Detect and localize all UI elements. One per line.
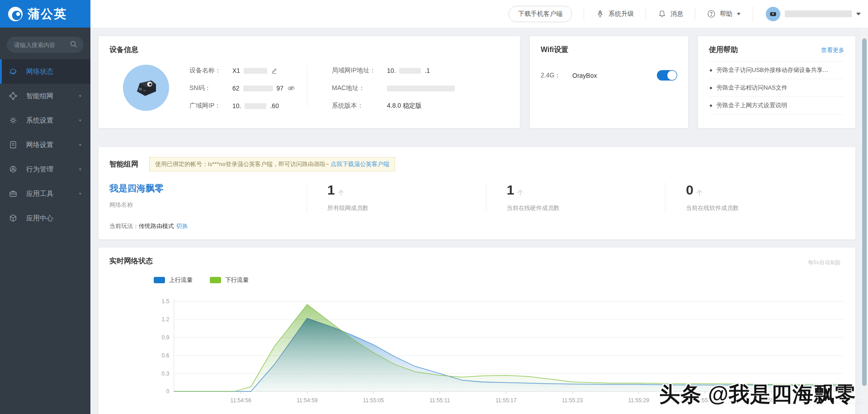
sidebar-item-app-center[interactable]: 应用中心 — [0, 206, 90, 230]
banner-text: 使用已绑定的帐号：ls***no登录蒲公英客户端，即可访问路由器啦~ — [155, 161, 330, 167]
network-name-label: 网络名称 — [109, 201, 307, 209]
network-name-block: 我是四海飘零 网络名称 — [109, 182, 307, 212]
svg-text:0.9: 0.9 — [162, 334, 170, 341]
legend-upstream[interactable]: 上行流量 — [154, 276, 193, 284]
redacted-text — [243, 86, 273, 91]
help-list-item[interactable]: 旁路盒子访问USB外接移动存储设备共享… — [709, 62, 844, 79]
system-upgrade-button[interactable]: 系统升级 — [584, 10, 646, 18]
caret-down-icon — [737, 13, 741, 15]
wifi-band-row: 2.4G： OrayBox — [541, 70, 677, 81]
network-name[interactable]: 我是四海飘零 — [109, 182, 307, 195]
view-more-link[interactable]: 查看更多 — [821, 46, 844, 54]
help-list: 旁路盒子访问USB外接移动存储设备共享… 旁路盒子远程访问NAS文件 旁路盒子上… — [709, 61, 844, 114]
system-upgrade-label: 系统升级 — [609, 10, 634, 18]
help-item-label: 旁路盒子访问USB外接移动存储设备共享… — [717, 66, 829, 74]
stat-unit: 个 — [697, 189, 703, 196]
legend-label: 下行流量 — [225, 276, 249, 284]
usage-help-title: 使用帮助 — [709, 45, 738, 55]
smart-network-card: 智能组网 使用已绑定的帐号：ls***no登录蒲公英客户端，即可访问路由器啦~ … — [99, 147, 855, 239]
scrollbar-thumb[interactable] — [862, 38, 867, 386]
stat-value: 1 — [327, 182, 335, 197]
smart-network-stats: 我是四海飘零 网络名称 1个 所有组网成员数 1个 当前在线硬件成员数 0个 当… — [109, 182, 844, 212]
svg-text:1.5: 1.5 — [162, 298, 170, 305]
help-list-item[interactable]: 旁路盒子上网方式设置说明 — [709, 97, 844, 114]
redacted-text — [387, 86, 455, 91]
device-version-label: 系统版本： — [332, 102, 387, 110]
top-cards-row: 设备信息 设备名称： X1 — [99, 36, 855, 128]
bullet-icon — [710, 69, 712, 71]
bell-icon — [658, 10, 666, 18]
stat-online-hardware: 1个 当前在线硬件成员数 — [486, 182, 665, 212]
help-label: 帮助 — [720, 10, 732, 18]
refresh-note: 每5s自动刷新 — [808, 259, 841, 266]
svg-text:11:55:17: 11:55:17 — [495, 397, 517, 404]
stat-total-members: 1个 所有组网成员数 — [307, 182, 486, 212]
mode-label: 当前玩法： — [109, 223, 139, 229]
download-client-link[interactable]: 点我下载蒲公英客户端 — [330, 161, 389, 167]
redacted-text — [244, 68, 267, 74]
chart-legend: 上行流量 下行流量 — [154, 276, 844, 284]
device-wan-value-suffix: .60 — [270, 102, 278, 109]
help-item-label: 旁路盒子上网方式设置说明 — [717, 101, 787, 109]
search-icon[interactable] — [70, 40, 78, 50]
rocket-icon — [596, 10, 604, 18]
topbar: 下载手机客户端 系统升级 消息 帮助 — [90, 0, 868, 28]
stat-label: 当前在线硬件成员数 — [507, 204, 665, 212]
help-menu-button[interactable]: 帮助 — [695, 10, 753, 18]
avatar — [766, 7, 780, 21]
help-list-item[interactable]: 旁路盒子远程访问NAS文件 — [709, 79, 844, 97]
wifi-band-label: 2.4G： — [541, 71, 572, 80]
usage-help-card: 使用帮助 查看更多 旁路盒子访问USB外接移动存储设备共享… 旁路盒子远程访问N… — [698, 36, 855, 128]
sidebar-item-network-settings[interactable]: 网络设置 ▾ — [0, 133, 90, 157]
document-icon — [0, 140, 26, 149]
sidebar-item-label: 应用中心 — [26, 214, 90, 223]
device-info-card: 设备信息 设备名称： X1 — [99, 36, 520, 128]
mode-switch-link[interactable]: 切换 — [176, 223, 188, 229]
chevron-down-icon: ▾ — [79, 118, 81, 123]
device-sn-value-suffix: 97 — [277, 85, 284, 92]
device-mac-label: MAC地址： — [332, 84, 387, 92]
sidebar-item-label: 网络设置 — [26, 141, 79, 149]
wifi-ssid: OrayBox — [572, 72, 657, 79]
svg-text:0: 0 — [166, 388, 170, 395]
device-version-row: 系统版本： 4.8.0 稳定版 — [332, 102, 455, 110]
device-lan-label: 局域网IP地址： — [332, 67, 387, 75]
device-wan-row: 广域网IP： 10..60 — [189, 102, 307, 110]
stat-label: 所有组网成员数 — [327, 204, 486, 212]
wifi-toggle[interactable] — [657, 70, 677, 81]
upstream-swatch-icon — [154, 277, 165, 283]
svg-text:0.6: 0.6 — [162, 352, 170, 359]
svg-text:11:55:29: 11:55:29 — [628, 397, 649, 404]
stat-online-software: 0个 当前在线软件成员数 — [665, 182, 844, 212]
legend-downstream[interactable]: 下行流量 — [210, 276, 249, 284]
svg-text:1.2: 1.2 — [162, 316, 170, 323]
bullet-icon — [710, 87, 712, 89]
device-lan-row: 局域网IP地址： 10..1 — [332, 67, 455, 75]
chevron-down-icon: ▾ — [79, 167, 81, 171]
stat-label: 当前在线软件成员数 — [686, 204, 844, 212]
question-circle-icon — [707, 10, 716, 18]
sidebar-item-smart-network[interactable]: 智能组网 ▾ — [0, 84, 90, 108]
sidebar-item-app-tools[interactable]: 应用工具 ▾ — [0, 181, 90, 206]
vertical-divider — [307, 66, 307, 108]
caret-down-icon — [856, 13, 861, 15]
eye-off-icon[interactable] — [287, 85, 295, 91]
sidebar-menu: 网络状态 智能组网 ▾ 系统设置 ▾ — [0, 59, 90, 230]
device-sn-value: 62 — [232, 85, 240, 92]
device-sn-label: SN码： — [189, 84, 232, 92]
svg-text:11:55:11: 11:55:11 — [429, 397, 450, 404]
sidebar-item-label: 智能组网 — [26, 92, 79, 100]
sidebar-item-system-settings[interactable]: 系统设置 ▾ — [0, 108, 90, 133]
sidebar-item-label: 系统设置 — [26, 116, 79, 125]
network-status-icon — [0, 67, 26, 76]
download-mobile-client-button[interactable]: 下载手机客户端 — [509, 6, 572, 22]
sidebar-item-behavior-management[interactable]: 行为管理 ▾ — [0, 157, 90, 181]
user-menu[interactable] — [766, 7, 861, 21]
sidebar-item-network-status[interactable]: 网络状态 — [0, 59, 90, 84]
edit-icon[interactable] — [271, 67, 278, 74]
legend-label: 上行流量 — [169, 276, 193, 284]
messages-button[interactable]: 消息 — [646, 10, 695, 18]
redacted-text — [399, 68, 421, 74]
sidebar-search — [7, 37, 84, 53]
brand-name: 蒲公英 — [28, 6, 67, 22]
